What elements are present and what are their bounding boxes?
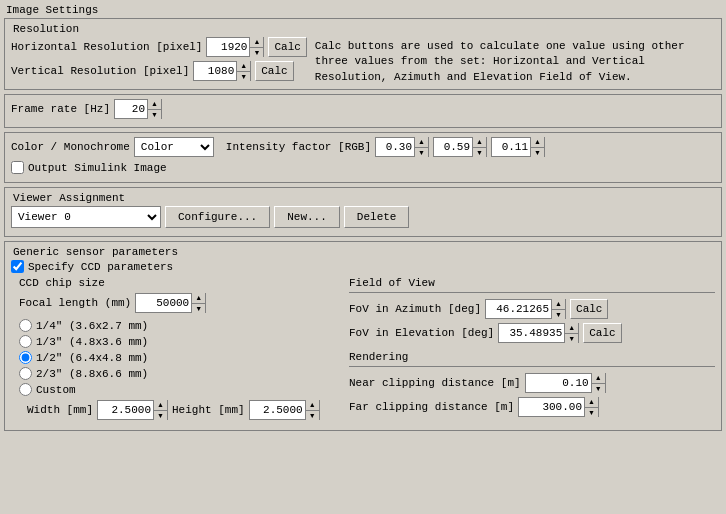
output-simulink-row: Output Simulink Image: [11, 161, 715, 174]
rendering-section: Rendering Near clipping distance [m] ▲ ▼: [349, 351, 715, 417]
far-up[interactable]: ▲: [585, 397, 598, 407]
chip-radio-4[interactable]: [19, 383, 32, 396]
horizontal-spin-up[interactable]: ▲: [250, 37, 263, 47]
configure-button[interactable]: Configure...: [165, 206, 270, 228]
fov-elevation-row: FoV in Elevation [deg] ▲ ▼ Calc: [349, 323, 715, 343]
intensity-b-input[interactable]: [492, 141, 530, 153]
fov-azimuth-up[interactable]: ▲: [552, 299, 565, 309]
framerate-spin-down[interactable]: ▼: [148, 109, 161, 120]
chip-radio-3[interactable]: [19, 367, 32, 380]
focal-label: Focal length (mm): [19, 297, 131, 309]
far-down[interactable]: ▼: [585, 407, 598, 418]
focal-spinbox: ▲ ▼: [135, 293, 206, 313]
chip-option-4: Custom: [19, 383, 341, 396]
width-label: Width [mm]: [27, 404, 93, 416]
intensity-g-input[interactable]: [434, 141, 472, 153]
height-up[interactable]: ▲: [306, 400, 319, 410]
near-up[interactable]: ▲: [592, 373, 605, 383]
height-spinbox: ▲ ▼: [249, 400, 320, 420]
fov-elevation-calc[interactable]: Calc: [583, 323, 621, 343]
specify-ccd-label: Specify CCD parameters: [28, 261, 173, 273]
vertical-calc-button[interactable]: Calc: [255, 61, 293, 81]
intensity-r-input[interactable]: [376, 141, 414, 153]
near-input[interactable]: [526, 377, 591, 389]
horizontal-spin-down[interactable]: ▼: [250, 47, 263, 58]
chip-radio-1[interactable]: [19, 335, 32, 348]
image-settings-title: Image Settings: [4, 4, 722, 16]
chip-radio-0[interactable]: [19, 319, 32, 332]
viewer-select[interactable]: Viewer 0 Viewer 1: [11, 206, 161, 228]
intensity-label: Intensity factor [RGB]: [226, 141, 371, 153]
far-clipping-row: Far clipping distance [m] ▲ ▼: [349, 397, 715, 417]
fov-elevation-up[interactable]: ▲: [565, 323, 578, 333]
viewer-row: Viewer 0 Viewer 1 Configure... New... De…: [11, 206, 715, 228]
delete-button[interactable]: Delete: [344, 206, 410, 228]
fov-azimuth-input[interactable]: [486, 303, 551, 315]
framerate-row: Frame rate [Hz] ▲ ▼: [11, 99, 715, 119]
framerate-spin-up[interactable]: ▲: [148, 99, 161, 109]
color-label: Color / Monochrome: [11, 141, 130, 153]
near-down[interactable]: ▼: [592, 383, 605, 394]
fov-elevation-down[interactable]: ▼: [565, 333, 578, 344]
chip-radio-2[interactable]: [19, 351, 32, 364]
chip-label-4: Custom: [36, 384, 76, 396]
near-clipping-row: Near clipping distance [m] ▲ ▼: [349, 373, 715, 393]
vertical-spinbox: ▲ ▼: [193, 61, 251, 81]
intensity-r-spinbox: ▲ ▼: [375, 137, 429, 157]
intensity-b-down[interactable]: ▼: [531, 147, 544, 158]
generic-sensor-label: Generic sensor parameters: [11, 246, 715, 258]
horizontal-spinbox: ▲ ▼: [206, 37, 264, 57]
width-input[interactable]: [98, 404, 153, 416]
rendering-label: Rendering: [349, 351, 715, 367]
chip-label-1: 1/3" (4.8x3.6 mm): [36, 336, 148, 348]
width-up[interactable]: ▲: [154, 400, 167, 410]
chip-option-1: 1/3" (4.8x3.6 mm): [19, 335, 341, 348]
color-select[interactable]: Color Monochrome: [134, 137, 214, 157]
focal-input[interactable]: [136, 297, 191, 309]
viewer-label: Viewer Assignment: [11, 192, 715, 204]
intensity-b-spinbox: ▲ ▼: [491, 137, 545, 157]
fov-azimuth-down[interactable]: ▼: [552, 309, 565, 320]
new-button[interactable]: New...: [274, 206, 340, 228]
intensity-g-down[interactable]: ▼: [473, 147, 486, 158]
specify-ccd-row: Specify CCD parameters: [11, 260, 715, 273]
horizontal-calc-button[interactable]: Calc: [268, 37, 306, 57]
sensor-left-col: CCD chip size Focal length (mm) ▲ ▼: [11, 277, 341, 424]
dimensions-row: Width [mm] ▲ ▼ Height [mm] ▲ ▼: [27, 400, 341, 420]
framerate-input[interactable]: [115, 103, 147, 115]
height-input[interactable]: [250, 404, 305, 416]
color-row: Color / Monochrome Color Monochrome Inte…: [11, 137, 715, 157]
far-spinbox: ▲ ▼: [518, 397, 599, 417]
intensity-b-up[interactable]: ▲: [531, 137, 544, 147]
near-clipping-label: Near clipping distance [m]: [349, 377, 521, 389]
horizontal-input[interactable]: [207, 41, 249, 53]
horizontal-row: Horizontal Resolution [pixel] ▲ ▼ Calc: [11, 37, 307, 57]
resolution-section: Resolution Horizontal Resolution [pixel]…: [4, 18, 722, 90]
sensor-right-col: Field of View FoV in Azimuth [deg] ▲ ▼ C…: [349, 277, 715, 424]
intensity-g-up[interactable]: ▲: [473, 137, 486, 147]
generic-sensor-section: Generic sensor parameters Specify CCD pa…: [4, 241, 722, 431]
chip-label-3: 2/3" (8.8x6.6 mm): [36, 368, 148, 380]
fov-elevation-spinbox: ▲ ▼: [498, 323, 579, 343]
fov-azimuth-calc[interactable]: Calc: [570, 299, 608, 319]
vertical-spin-up[interactable]: ▲: [237, 61, 250, 71]
intensity-g-spinbox: ▲ ▼: [433, 137, 487, 157]
fov-azimuth-label: FoV in Azimuth [deg]: [349, 303, 481, 315]
focal-down[interactable]: ▼: [192, 303, 205, 314]
vertical-spin-down[interactable]: ▼: [237, 71, 250, 82]
width-down[interactable]: ▼: [154, 410, 167, 421]
specify-ccd-checkbox[interactable]: [11, 260, 24, 273]
output-simulink-label: Output Simulink Image: [28, 162, 167, 174]
far-input[interactable]: [519, 401, 584, 413]
focal-up[interactable]: ▲: [192, 293, 205, 303]
fov-elevation-input[interactable]: [499, 327, 564, 339]
fov-elevation-label: FoV in Elevation [deg]: [349, 327, 494, 339]
horizontal-label: Horizontal Resolution [pixel]: [11, 41, 202, 53]
intensity-r-up[interactable]: ▲: [415, 137, 428, 147]
output-simulink-checkbox[interactable]: [11, 161, 24, 174]
height-down[interactable]: ▼: [306, 410, 319, 421]
sensor-two-col: CCD chip size Focal length (mm) ▲ ▼: [11, 277, 715, 424]
vertical-row: Vertical Resolution [pixel] ▲ ▼ Calc: [11, 61, 307, 81]
vertical-input[interactable]: [194, 65, 236, 77]
intensity-r-down[interactable]: ▼: [415, 147, 428, 158]
